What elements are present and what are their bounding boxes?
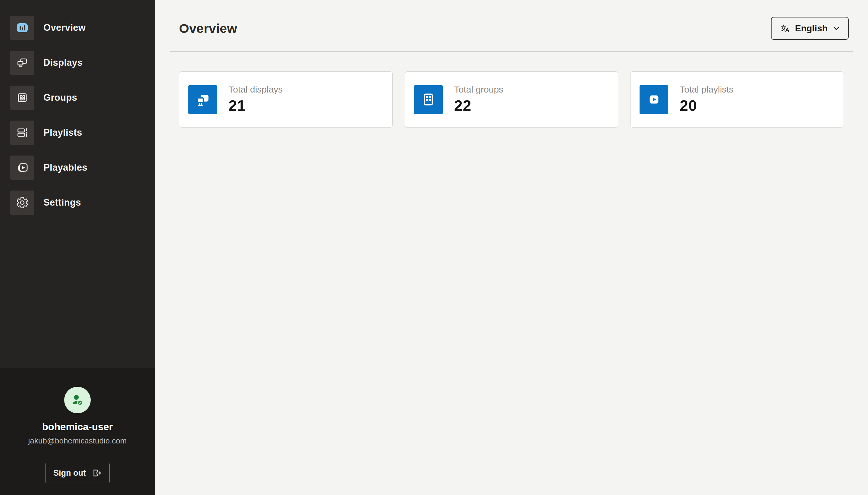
playlists-icon [10, 121, 34, 145]
sidebar-item-playables[interactable]: Playables [10, 156, 155, 180]
sidebar-item-label: Playlists [44, 127, 82, 138]
sidebar-item-label: Settings [44, 197, 81, 208]
playables-icon [10, 156, 34, 180]
overview-chart-icon [10, 16, 34, 40]
total-displays-card: Total displays 21 [179, 71, 393, 127]
total-playlists-card: Total playlists 20 [630, 71, 844, 127]
card-value: 21 [228, 97, 283, 115]
sidebar-item-overview[interactable]: Overview [10, 16, 155, 40]
sidebar-item-groups[interactable]: Groups [10, 86, 155, 110]
sign-out-button[interactable]: Sign out [45, 463, 110, 483]
header-divider [170, 51, 853, 52]
card-label: Total displays [228, 84, 283, 95]
sidebar-item-label: Displays [44, 57, 83, 68]
logout-door-icon [91, 468, 102, 478]
translate-icon [779, 23, 790, 34]
main-content: Overview English [155, 0, 868, 495]
sign-out-label: Sign out [53, 468, 86, 478]
groups-icon [10, 86, 34, 110]
sidebar-item-label: Groups [44, 92, 77, 103]
page-title: Overview [179, 21, 237, 36]
sidebar-item-label: Playables [44, 162, 87, 173]
settings-gear-icon [10, 190, 34, 215]
user-check-icon [70, 392, 85, 408]
total-groups-card: Total groups 22 [405, 71, 619, 127]
sidebar-nav: Overview Displays [0, 0, 155, 368]
groups-solid-icon [414, 85, 443, 114]
sidebar-item-settings[interactable]: Settings [10, 190, 155, 215]
sidebar-item-playlists[interactable]: Playlists [10, 121, 155, 145]
user-panel: bohemica-user jakub@bohemicastudio.com S… [0, 368, 155, 495]
playlist-play-solid-icon [640, 85, 668, 114]
user-email: jakub@bohemicastudio.com [28, 436, 126, 446]
sidebar-item-displays[interactable]: Displays [10, 51, 155, 75]
language-selector[interactable]: English [771, 17, 849, 40]
displays-solid-icon [188, 85, 217, 114]
card-value: 22 [454, 97, 503, 115]
sidebar: Overview Displays [0, 0, 155, 495]
card-value: 20 [680, 97, 733, 115]
user-name: bohemica-user [42, 421, 113, 432]
card-label: Total playlists [680, 84, 733, 95]
page-header: Overview English [174, 0, 849, 40]
displays-icon [10, 51, 34, 75]
avatar [64, 387, 91, 413]
language-label: English [795, 23, 828, 33]
card-label: Total groups [454, 84, 503, 95]
chevron-down-icon [832, 24, 840, 32]
sidebar-item-label: Overview [44, 22, 86, 33]
stat-cards-row: Total displays 21 Total groups 22 [179, 71, 844, 127]
